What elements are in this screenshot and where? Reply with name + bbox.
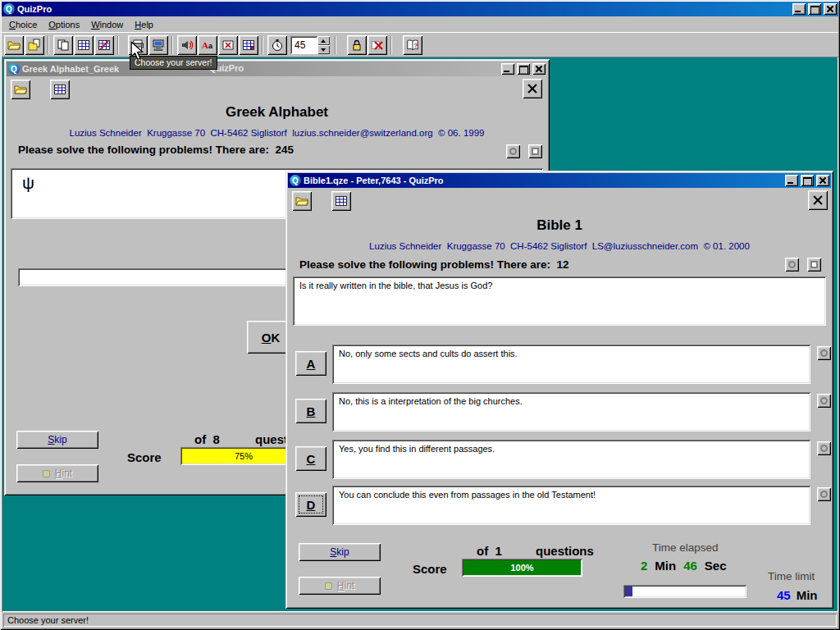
answer-a-button[interactable]: A (295, 351, 326, 376)
time-elapsed-value: 2Min46Sec (641, 559, 734, 573)
greek-table-button[interactable] (50, 80, 70, 99)
bible-hint-button[interactable]: Hint (299, 577, 381, 595)
bible-score-bar: 100% (462, 559, 582, 577)
copy-button[interactable] (53, 35, 73, 55)
stopwatch-icon (271, 39, 284, 52)
timer-button[interactable] (267, 35, 287, 55)
bible-author-line: Luzius Schneider Kruggasse 70 CH-5462 Si… (285, 241, 833, 251)
svg-text:A: A (202, 40, 208, 50)
hint-icon (325, 582, 332, 590)
spinner-down-button[interactable] (317, 45, 330, 54)
square-icon (532, 148, 539, 155)
answer-a-text: No, only some sects and cults do assert … (332, 345, 810, 384)
answer-c-sound-button[interactable] (817, 441, 831, 455)
red-x-icon (371, 39, 384, 52)
answer-b-text: No, this is a interpretation of the big … (332, 392, 810, 431)
greek-minimize-button[interactable] (501, 63, 514, 75)
time-limit-label: Time limit (768, 570, 815, 582)
red-cross-card-icon (221, 39, 235, 52)
greek-exit-button[interactable] (523, 79, 542, 98)
spinner-up-button[interactable] (317, 36, 330, 45)
sound-button[interactable] (177, 35, 197, 55)
app-title: QuizPro (17, 4, 52, 14)
choose-server-button[interactable] (148, 35, 168, 55)
greek-of-label: of 8 (194, 432, 220, 446)
bible-open-button[interactable] (292, 191, 312, 211)
bible-minimize-button[interactable] (785, 175, 798, 186)
server-icon (152, 39, 165, 52)
greek-titlebar[interactable]: Q Greek Alphabet_Greek QuizPro (7, 62, 547, 76)
time-limit-spinner-value[interactable]: 45 (290, 36, 317, 54)
open-folder-icon (14, 83, 27, 96)
table-icon (335, 194, 348, 208)
menu-window[interactable]: Window (85, 18, 129, 31)
bible-score-label: Score (413, 562, 447, 576)
circle-icon (788, 261, 796, 268)
quizpro-window-icon: Q (8, 63, 20, 75)
greek-close-button[interactable] (532, 63, 546, 75)
bible-score-fill: 100% (463, 560, 581, 575)
open-folder-icon (7, 39, 21, 52)
open-quiz-button[interactable] (4, 35, 24, 55)
bible-quiz-window: Q Bible1.qze - Peter,7643 - QuizPro Bibl… (285, 171, 833, 609)
delete-button[interactable] (368, 35, 387, 55)
delete-question-button[interactable] (218, 35, 238, 55)
bible-table-button[interactable] (331, 191, 351, 211)
menu-choice[interactable]: Choice (3, 18, 43, 31)
fonts-icon: Aa (201, 39, 214, 52)
greek-skip-button[interactable]: Skip (16, 431, 98, 449)
bible-close-button[interactable] (816, 175, 829, 186)
fonts-button[interactable]: Aa (198, 35, 217, 55)
status-message: Choose your server! (3, 614, 837, 627)
maximize-button[interactable] (808, 3, 821, 15)
menu-options[interactable]: Options (43, 18, 85, 31)
toolbar-separator (335, 36, 338, 54)
bible-question-box: Is it really written in the bible, that … (293, 276, 826, 326)
answer-d-sound-button[interactable] (817, 487, 831, 501)
greek-score-label: Score (127, 450, 162, 464)
new-quiz-button[interactable] (25, 35, 44, 55)
greek-open-button[interactable] (11, 80, 30, 99)
edit-table-button[interactable] (94, 35, 114, 55)
toolbar-separator (262, 36, 265, 54)
answer-a-sound-button[interactable] (817, 346, 831, 360)
bible-titlebar[interactable]: Q Bible1.qze - Peter,7643 - QuizPro (288, 173, 831, 188)
mark-table-button[interactable] (239, 35, 258, 55)
bible-image-mini-button[interactable] (807, 258, 821, 272)
bible-sound-mini-button[interactable] (785, 258, 799, 272)
help-button[interactable]: ? (403, 35, 422, 55)
quizpro-window-icon: Q (290, 175, 301, 186)
answer-b-sound-button[interactable] (817, 394, 831, 408)
time-elapsed-label: Time elapsed (652, 541, 719, 554)
greek-image-mini-button[interactable] (528, 144, 542, 158)
lock-button[interactable] (347, 35, 367, 55)
answer-c-button[interactable]: C (295, 446, 326, 471)
table-edit-icon (98, 39, 111, 52)
greek-author-line: Luzius Schneider Kruggasse 70 CH-5462 Si… (4, 128, 550, 138)
folder-page-icon (28, 39, 41, 52)
speaker-icon (180, 39, 194, 52)
toolbar-separator (171, 36, 175, 54)
main-titlebar[interactable]: Q QuizPro (2, 2, 838, 16)
bible-skip-button[interactable]: Skip (299, 543, 381, 561)
table-icon (53, 83, 66, 96)
answer-d-button[interactable]: D (295, 492, 326, 517)
greek-maximize-button[interactable] (517, 63, 530, 75)
svg-text:a: a (208, 42, 213, 50)
bible-instruction: Please solve the following problems! The… (299, 258, 569, 271)
greek-instruction: Please solve the following problems! The… (18, 144, 294, 156)
circle-icon (820, 491, 828, 498)
question-table-button[interactable] (74, 35, 94, 55)
bible-exit-button[interactable] (808, 190, 828, 210)
close-button[interactable] (824, 3, 837, 15)
minimize-button[interactable] (792, 3, 806, 15)
greek-sound-mini-button[interactable] (506, 144, 520, 158)
bible-maximize-button[interactable] (801, 175, 814, 186)
greek-hint-button[interactable]: Hint (16, 464, 98, 482)
toolbar-separator (48, 36, 51, 54)
greek-heading: Greek Alphabet (4, 104, 550, 121)
time-limit-spinner[interactable]: 45 (290, 36, 330, 54)
answer-b-button[interactable]: B (295, 399, 326, 423)
menu-help[interactable]: Help (129, 18, 159, 31)
toolbar-separator (390, 36, 394, 54)
